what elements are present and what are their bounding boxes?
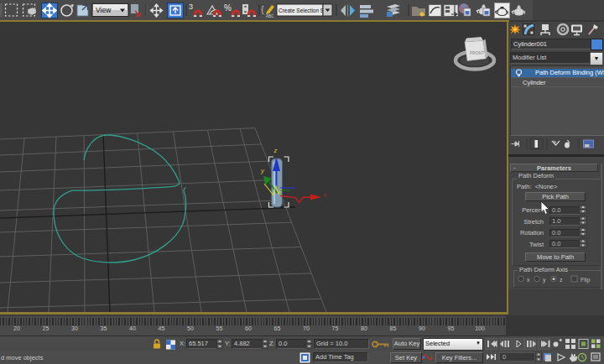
svg-text:0: 0	[502, 353, 506, 361]
svg-text:View: View	[96, 6, 112, 14]
svg-text:z: z	[273, 147, 278, 154]
svg-text:y: y	[543, 277, 546, 283]
svg-text:FRONT: FRONT	[470, 50, 484, 55]
svg-text:%: %	[224, 3, 232, 13]
svg-text:z: z	[560, 277, 563, 283]
svg-text:x: x	[527, 277, 530, 283]
svg-text:3: 3	[189, 3, 193, 11]
svg-text:{: {	[261, 4, 264, 14]
svg-text:ABC: ABC	[266, 14, 274, 18]
svg-text:Flip: Flip	[581, 277, 590, 283]
svg-text:Create Selection Se: Create Selection Se	[279, 8, 327, 13]
